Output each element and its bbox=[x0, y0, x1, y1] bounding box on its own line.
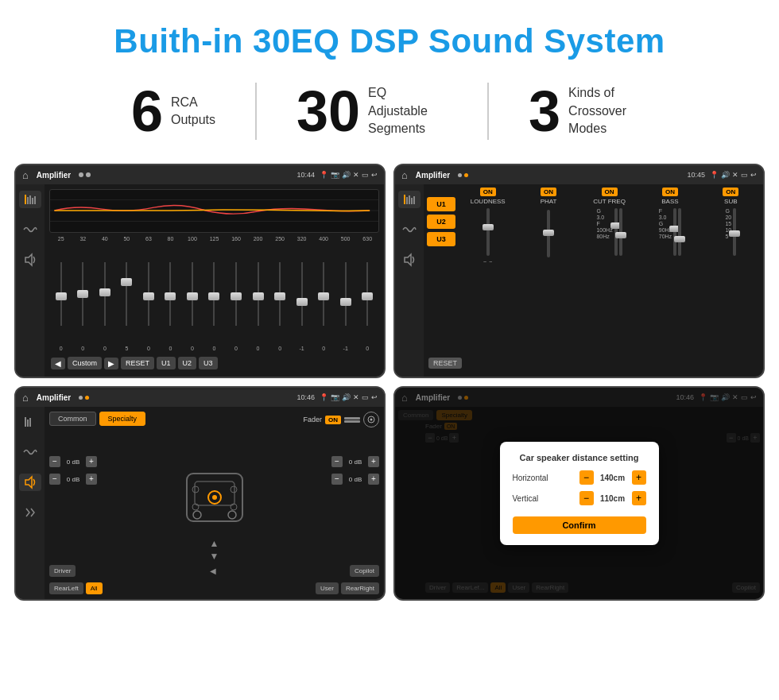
cross-bottom-btns2: RearLeft All User RearRight bbox=[49, 582, 379, 594]
sub-on: ON bbox=[723, 188, 738, 196]
cross-tab-common[interactable]: Common bbox=[49, 412, 96, 426]
eq-custom-btn[interactable]: Custom bbox=[68, 357, 102, 369]
dsp-back-icon[interactable]: ↩ bbox=[750, 171, 757, 179]
slider-630[interactable] bbox=[357, 262, 378, 326]
vertical-plus-btn[interactable]: + bbox=[632, 491, 646, 505]
right2-minus-btn[interactable]: − bbox=[331, 474, 343, 485]
eq-sidebar-eq[interactable] bbox=[19, 191, 41, 208]
all-btn[interactable]: All bbox=[86, 582, 103, 594]
slider-val-630: 0 bbox=[357, 346, 378, 351]
cross-sidebar-wave[interactable] bbox=[19, 443, 41, 461]
slider-400[interactable] bbox=[313, 262, 334, 326]
dsp-close-icon[interactable]: ✕ bbox=[732, 171, 738, 179]
dsp-sidebar-eq[interactable] bbox=[398, 191, 421, 208]
dsp-u2-btn[interactable]: U2 bbox=[427, 215, 455, 229]
loudness-slider1[interactable] bbox=[486, 208, 490, 256]
driver-btn[interactable]: Driver bbox=[49, 565, 76, 577]
slider-63[interactable] bbox=[138, 262, 159, 326]
eq-u1-btn[interactable]: U1 bbox=[157, 357, 176, 369]
horizontal-plus-btn[interactable]: + bbox=[632, 470, 646, 485]
slider-25[interactable] bbox=[51, 262, 72, 326]
nav-up-btn[interactable]: ▲ bbox=[210, 538, 219, 549]
bass-slider1[interactable] bbox=[673, 208, 676, 256]
eq-sidebar-speaker[interactable] bbox=[19, 251, 41, 269]
eq-sidebar-wave[interactable] bbox=[19, 221, 41, 238]
slider-160[interactable] bbox=[226, 262, 246, 326]
horizontal-minus-btn[interactable]: − bbox=[579, 470, 594, 485]
slider-100[interactable] bbox=[182, 262, 203, 326]
eq-u3-btn[interactable]: U3 bbox=[199, 357, 218, 369]
copilot-btn[interactable]: Copilot bbox=[350, 565, 379, 577]
nav-arrows: ▲ ▼ bbox=[210, 538, 219, 562]
cross-window-icon[interactable]: ▭ bbox=[362, 393, 369, 401]
nav-down-btn[interactable]: ▼ bbox=[210, 551, 219, 562]
phat-slider[interactable] bbox=[547, 210, 550, 257]
rearright-btn[interactable]: RearRight bbox=[341, 582, 379, 594]
cross-sidebar-speaker[interactable] bbox=[19, 474, 41, 491]
cross-tab-specialty[interactable]: Specialty bbox=[99, 412, 146, 426]
rearleft-btn[interactable]: RearLeft bbox=[49, 582, 83, 594]
bass-slider2[interactable] bbox=[678, 208, 681, 256]
right1-plus-btn[interactable]: + bbox=[368, 456, 379, 467]
vertical-control: − 110cm + bbox=[579, 491, 646, 505]
slider-40[interactable] bbox=[95, 262, 115, 326]
dsp-u1-btn[interactable]: U1 bbox=[427, 197, 455, 211]
left2-plus-btn[interactable]: + bbox=[86, 474, 97, 485]
slider-125[interactable] bbox=[204, 262, 225, 326]
dsp-window-icon[interactable]: ▭ bbox=[741, 171, 748, 179]
cross-sidebar-expand[interactable] bbox=[19, 504, 41, 521]
eq-status-dots bbox=[79, 172, 91, 177]
svg-rect-9 bbox=[404, 195, 405, 204]
eq-reset-btn[interactable]: RESET bbox=[121, 357, 154, 369]
window-icon[interactable]: ▭ bbox=[362, 171, 369, 179]
eq-u2-btn[interactable]: U2 bbox=[178, 357, 197, 369]
dsp-controls-area: ON LOUDNESS ~~ ON bbox=[459, 188, 760, 373]
left-db-controls: − 0 dB + − 0 dB + bbox=[49, 456, 97, 485]
slider-val-32: 0 bbox=[73, 346, 94, 351]
left1-plus-btn[interactable]: + bbox=[86, 456, 97, 467]
fader-knob[interactable] bbox=[363, 412, 379, 427]
back-icon[interactable]: ↩ bbox=[371, 171, 378, 179]
slider-200[interactable] bbox=[248, 262, 269, 326]
eq-sliders-area: 253240506380100125160200250320400500630 … bbox=[49, 236, 379, 351]
slider-80[interactable] bbox=[161, 262, 181, 326]
vertical-minus-btn[interactable]: − bbox=[579, 491, 594, 505]
left2-minus-btn[interactable]: − bbox=[49, 474, 60, 485]
dsp-sidebar-wave[interactable] bbox=[398, 221, 421, 238]
dsp-reset-btn[interactable]: RESET bbox=[428, 358, 462, 369]
sub-slider[interactable] bbox=[733, 208, 736, 256]
cross-tabs: Common Specialty bbox=[49, 412, 145, 426]
confirm-button[interactable]: Confirm bbox=[513, 516, 646, 534]
left-arrow-btn[interactable]: ◀ bbox=[210, 567, 216, 575]
cutfreq-slider2[interactable] bbox=[619, 208, 622, 256]
camera-icon: 📷 bbox=[331, 171, 339, 179]
slider-32[interactable] bbox=[73, 262, 94, 326]
dsp-sidebar-speaker[interactable] bbox=[398, 251, 421, 269]
cutfreq-on: ON bbox=[602, 188, 618, 196]
close-icon[interactable]: ✕ bbox=[353, 171, 359, 179]
slider-50[interactable] bbox=[117, 262, 138, 326]
eq-title: Amplifier bbox=[37, 171, 71, 180]
svg-rect-12 bbox=[411, 198, 413, 204]
eq-next-btn[interactable]: ▶ bbox=[104, 358, 118, 369]
cross-sidebar-eq[interactable] bbox=[19, 413, 41, 431]
location-icon: 📍 bbox=[320, 171, 328, 179]
cutfreq-label: CUT FREQ bbox=[593, 198, 626, 205]
user-btn[interactable]: User bbox=[316, 582, 339, 594]
status-bar-eq: ⌂ Amplifier 10:44 📍 📷 🔊 ✕ ▭ ↩ bbox=[16, 165, 384, 184]
eq-prev-btn[interactable]: ◀ bbox=[51, 358, 65, 369]
dsp-u3-btn[interactable]: U3 bbox=[427, 232, 455, 246]
right1-minus-btn[interactable]: − bbox=[331, 456, 343, 467]
home-icon[interactable]: ⌂ bbox=[22, 169, 29, 181]
slider-320[interactable] bbox=[292, 262, 312, 326]
cross-close-icon[interactable]: ✕ bbox=[353, 393, 359, 401]
slider-500[interactable] bbox=[335, 262, 356, 326]
cross-home-icon[interactable]: ⌂ bbox=[22, 392, 29, 404]
left1-minus-btn[interactable]: − bbox=[49, 456, 60, 467]
slider-250[interactable] bbox=[269, 262, 290, 326]
cross-back-icon[interactable]: ↩ bbox=[371, 393, 378, 401]
right2-plus-btn[interactable]: + bbox=[368, 474, 379, 485]
dsp-home-icon[interactable]: ⌂ bbox=[401, 169, 408, 181]
freq-label-160: 160 bbox=[226, 236, 246, 242]
speaker-layout: − 0 dB + − 0 dB + bbox=[49, 432, 379, 562]
